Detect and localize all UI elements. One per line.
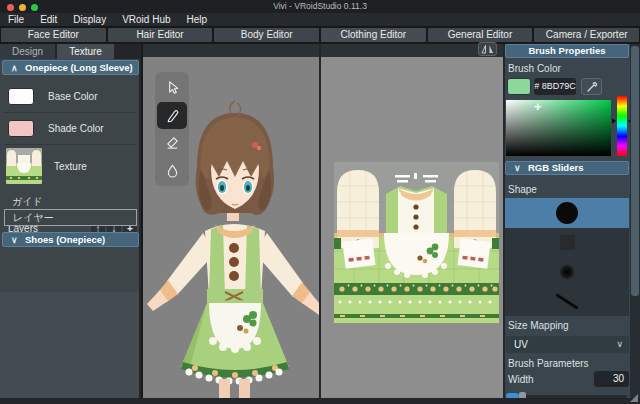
uv-texture-image	[334, 162, 499, 323]
tab-general-editor[interactable]: General Editor	[428, 28, 533, 42]
square-shape	[560, 235, 575, 250]
window-title: Vivi - VRoidStudio 0.11.3	[0, 0, 640, 13]
size-mapping-value: UV	[514, 339, 528, 350]
left-panel-tabs: Design Texture	[0, 44, 141, 59]
hue-slider[interactable]	[617, 96, 627, 156]
tab-clothing-editor[interactable]: Clothing Editor	[321, 28, 426, 42]
section-onepiece-label: Onepiece (Long Sleeve)	[25, 62, 133, 73]
soft-circle-shape	[559, 264, 575, 280]
texture-thumbnail[interactable]	[6, 148, 42, 184]
viewport-header-strip	[143, 44, 503, 57]
scrollbar-thumb[interactable]	[631, 46, 639, 296]
shape-option-soft-circle[interactable]	[505, 257, 629, 287]
vroid-studio-window: Vivi - VRoidStudio 0.11.3 File Edit Disp…	[0, 0, 640, 404]
chevron-up-icon: ∧	[11, 62, 25, 75]
pen-icon	[165, 108, 180, 123]
rgb-sliders-label: RGB Sliders	[528, 162, 583, 173]
shape-option-solid-circle[interactable]	[505, 198, 629, 228]
menu-help[interactable]: Help	[187, 14, 208, 25]
select-tool-button[interactable]	[157, 74, 187, 102]
editor-tab-bar: Face Editor Hair Editor Body Editor Clot…	[0, 27, 640, 44]
tab-hair-editor[interactable]: Hair Editor	[108, 28, 213, 42]
tab-design[interactable]: Design	[0, 44, 55, 59]
pen-tool-button[interactable]	[157, 102, 187, 130]
tab-texture[interactable]: Texture	[57, 44, 114, 59]
brush-shape-list	[505, 198, 629, 316]
eyedropper-icon	[586, 81, 598, 93]
base-color-label: Base Color	[48, 91, 97, 102]
section-shoes-onepiece[interactable]: ∨Shoes (Onepiece)	[2, 232, 139, 247]
left-panel-empty-area	[0, 292, 139, 398]
shape-option-stroke[interactable]	[505, 287, 629, 317]
solid-circle-shape	[556, 202, 578, 224]
bottom-strip	[0, 398, 640, 404]
menu-bar: File Edit Display VRoid Hub Help	[0, 13, 640, 27]
chevron-down-icon: ∨	[616, 336, 623, 353]
sidebar-scrollbar[interactable]	[630, 44, 640, 398]
clothing-item-panel: Design Texture ∧Onepiece (Long Sleeve) B…	[0, 44, 141, 398]
title-bar: Vivi - VRoidStudio 0.11.3	[0, 0, 640, 13]
droplet-icon	[165, 163, 180, 178]
texture-label: Texture	[54, 161, 87, 172]
width-label: Width	[508, 374, 534, 385]
brush-parameters-label: Brush Parameters	[508, 358, 589, 369]
saturation-value-picker[interactable]: +	[506, 100, 611, 156]
shape-label: Shape	[508, 184, 537, 195]
3d-viewport[interactable]	[143, 57, 319, 398]
brush-color-label: Brush Color	[508, 63, 561, 74]
size-mapping-label: Size Mapping	[508, 320, 569, 331]
brush-color-hex-field[interactable]: # 8BD79C	[534, 78, 576, 95]
base-color-row[interactable]: Base Color	[0, 81, 141, 112]
layer-item-guide[interactable]: ガイド	[4, 194, 137, 209]
divider	[4, 144, 137, 145]
section-onepiece-long-sleeve[interactable]: ∧Onepiece (Long Sleeve)	[2, 60, 139, 75]
width-value-field[interactable]: 30	[594, 371, 629, 387]
mirror-toggle-button[interactable]	[478, 42, 497, 56]
eraser-tool-button[interactable]	[157, 129, 187, 157]
resize-grip[interactable]	[630, 394, 638, 402]
cursor-icon	[165, 80, 180, 95]
brush-color-swatch[interactable]	[507, 78, 531, 95]
hue-marker-left-icon	[612, 118, 616, 124]
brush-properties-header[interactable]: Brush Properties	[505, 44, 629, 58]
tab-camera-exporter[interactable]: Camera / Exporter	[534, 28, 639, 42]
blur-tool-button[interactable]	[157, 157, 187, 185]
menu-edit[interactable]: Edit	[40, 14, 57, 25]
shape-option-square[interactable]	[505, 228, 629, 258]
eyedropper-button[interactable]	[581, 78, 602, 95]
shade-color-label: Shade Color	[48, 123, 104, 134]
shade-color-swatch[interactable]	[8, 120, 34, 137]
sv-cursor-icon: +	[534, 99, 542, 114]
base-color-swatch[interactable]	[8, 88, 34, 105]
paint-tool-palette	[155, 72, 189, 186]
layer-item-layer[interactable]: レイヤー	[4, 209, 137, 226]
size-mapping-dropdown[interactable]: UV ∨	[506, 336, 629, 353]
eraser-icon	[165, 135, 180, 150]
mirror-icon	[481, 44, 494, 54]
texture-row[interactable]: Texture	[0, 146, 141, 186]
panel-divider	[319, 44, 321, 398]
chevron-down-icon: ∨	[11, 234, 25, 247]
texture-edit-canvas[interactable]	[321, 57, 503, 398]
menu-vroid-hub[interactable]: VRoid Hub	[122, 14, 170, 25]
chevron-down-icon: ∨	[514, 162, 528, 174]
section-shoes-label: Shoes (Onepiece)	[25, 234, 105, 245]
brush-properties-panel: Brush Properties Brush Color # 8BD79C + …	[505, 44, 630, 398]
tab-face-editor[interactable]: Face Editor	[1, 28, 106, 42]
shade-color-row[interactable]: Shade Color	[0, 113, 141, 144]
menu-file[interactable]: File	[8, 14, 24, 25]
stroke-shape	[555, 293, 578, 310]
menu-display[interactable]: Display	[73, 14, 106, 25]
tab-body-editor[interactable]: Body Editor	[214, 28, 319, 42]
rgb-sliders-header[interactable]: ∨RGB Sliders	[505, 161, 629, 175]
